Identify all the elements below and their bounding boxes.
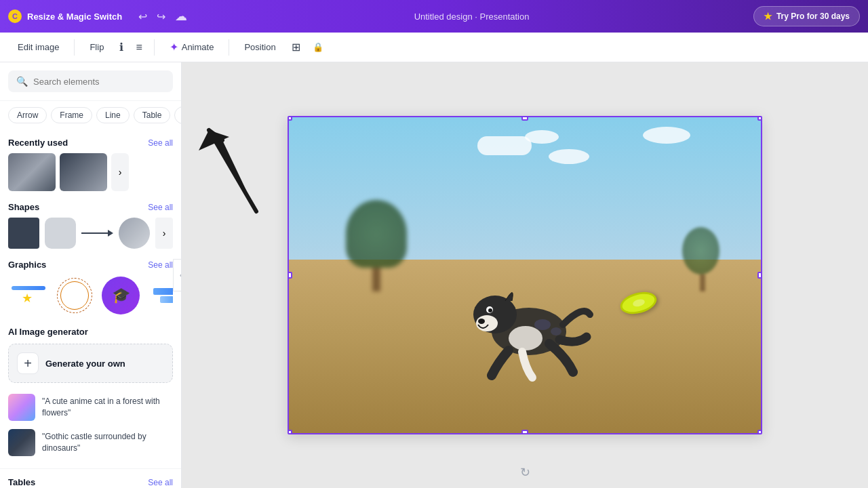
search-bar: 🔍	[0, 62, 181, 101]
graphics-header: Graphics See all	[8, 260, 173, 270]
recent-thumb-image-2	[60, 153, 107, 191]
flip-button[interactable]: Flip	[83, 39, 111, 56]
tables-section: Tables See all	[0, 468, 181, 488]
lock-icon: 🔒	[313, 42, 323, 52]
shape-arrow-line[interactable]	[81, 230, 113, 237]
cloud-3	[549, 149, 589, 164]
svg-point-8	[534, 319, 551, 330]
graphics-section: Graphics See all ★ 🎓	[0, 251, 181, 319]
shapes-more[interactable]: ›	[155, 218, 173, 249]
info-icon: ℹ	[119, 41, 123, 54]
grid-button[interactable]: ⊞	[288, 37, 304, 57]
toolbar: Edit image Flip ℹ ≡ ✦ Animate Position ⊞…	[0, 33, 868, 62]
dog-body	[454, 264, 604, 386]
tree-left	[346, 200, 407, 288]
shape-line	[81, 232, 108, 234]
cloud-4	[643, 127, 690, 144]
animate-label: Animate	[182, 42, 214, 52]
recently-used-see-all[interactable]: See all	[148, 138, 173, 148]
shapes-see-all[interactable]: See all	[148, 203, 173, 212]
lock-button[interactable]: 🔒	[309, 39, 327, 56]
ai-generate-button[interactable]: + Generate your own	[8, 344, 173, 383]
shape-rounded-square[interactable]	[45, 218, 76, 249]
edit-image-label: Edit image	[18, 42, 59, 52]
image-container[interactable]: ⧉ 🗑 ••• ↻	[288, 116, 762, 434]
try-pro-label: Try Pro for 30 days	[776, 12, 850, 21]
graphics-row: ★ 🎓	[8, 275, 173, 316]
redo-button[interactable]: ↪	[154, 7, 168, 26]
chips-more-button[interactable]: ›	[174, 106, 181, 124]
animate-button[interactable]: ✦ Animate	[163, 37, 221, 57]
ai-prompt-text-2: "Gothic castle surrounded by dinosaurs"	[42, 431, 173, 454]
svg-point-2	[509, 326, 542, 350]
tables-title: Tables	[8, 477, 35, 487]
cloud-1	[477, 136, 532, 155]
canva-logo: C	[8, 9, 22, 23]
toolbar-divider-1	[74, 39, 75, 56]
graphics-see-all[interactable]: See all	[148, 260, 173, 270]
recent-thumb-more[interactable]: ›	[111, 153, 129, 191]
tables-header: Tables See all	[8, 477, 173, 487]
recently-used-title: Recently used	[8, 138, 68, 148]
undo-button[interactable]: ↩	[136, 7, 150, 26]
search-input[interactable]	[33, 77, 165, 87]
list-button[interactable]: ≡	[132, 38, 145, 57]
selection-handle-bottom-left[interactable]	[288, 430, 292, 434]
position-label: Position	[244, 42, 275, 52]
selection-handle-top-center[interactable]	[521, 116, 528, 121]
try-pro-button[interactable]: ★ Try Pro for 30 days	[753, 6, 860, 26]
ai-prompt-item-2[interactable]: "Gothic castle surrounded by dinosaurs"	[8, 425, 173, 460]
search-input-wrap[interactable]: 🔍	[8, 70, 173, 92]
sidebar: 🔍 Arrow Frame Line Table › Recently used…	[0, 62, 182, 488]
canvas-area[interactable]: ⧉ 🗑 ••• ↻ ↻	[182, 62, 868, 488]
ai-prompt-item-1[interactable]: "A cute anime cat in a forest with flowe…	[8, 390, 173, 425]
ai-prompt-thumb-1	[8, 394, 35, 421]
selection-handle-middle-right[interactable]	[757, 272, 762, 279]
cloud-save-button[interactable]: ☁	[172, 6, 190, 26]
recently-used-section: Recently used See all ›	[0, 129, 181, 194]
chip-table[interactable]: Table	[134, 107, 171, 123]
recent-thumb-1[interactable]	[8, 153, 56, 191]
edit-image-button[interactable]: Edit image	[11, 39, 66, 56]
tables-see-all[interactable]: See all	[148, 478, 173, 487]
app-name: Resize & Magic Switch	[27, 12, 122, 22]
selection-handle-middle-left[interactable]	[288, 272, 292, 279]
shape-circle[interactable]	[119, 218, 150, 249]
ai-generator-title: AI Image generator	[8, 327, 173, 337]
selection-handle-top-right[interactable]	[757, 116, 762, 121]
scroll-indicator: ↻	[520, 465, 530, 480]
chip-line[interactable]: Line	[96, 107, 130, 123]
design-title: Untitled design · Presentation	[198, 12, 745, 22]
shapes-section: Shapes See all ›	[0, 194, 181, 251]
shape-square[interactable]	[8, 218, 39, 249]
chip-arrow[interactable]: Arrow	[8, 107, 47, 123]
graphic-purple-mortarboard[interactable]: 🎓	[100, 275, 141, 316]
graphic-blue-bar[interactable]	[146, 275, 173, 316]
chips-row: Arrow Frame Line Table ›	[0, 101, 181, 129]
main-layout: 🔍 Arrow Frame Line Table › Recently used…	[0, 62, 868, 488]
graphics-title: Graphics	[8, 260, 46, 270]
recently-used-header: Recently used See all	[8, 138, 173, 148]
ai-plus-icon: +	[17, 352, 39, 374]
list-icon: ≡	[136, 41, 142, 54]
svg-point-7	[478, 319, 485, 324]
selection-handle-top-left[interactable]	[288, 116, 292, 121]
graphic-circle-ornament[interactable]	[54, 275, 95, 316]
flip-label: Flip	[90, 42, 104, 52]
recent-thumb-image-1	[8, 153, 56, 191]
recent-thumb-2[interactable]	[60, 153, 107, 191]
selection-handle-bottom-center[interactable]	[521, 430, 528, 434]
top-bar: C Resize & Magic Switch ↩ ↪ ☁ Untitled d…	[0, 0, 868, 33]
tree-right	[682, 227, 723, 288]
ai-prompt-thumb-2	[8, 429, 35, 456]
graphic-blue-line[interactable]: ★	[8, 275, 49, 316]
info-button[interactable]: ℹ	[116, 37, 127, 57]
chip-frame[interactable]: Frame	[51, 107, 92, 123]
sidebar-collapse-button[interactable]: ‹	[173, 259, 182, 291]
grid-icon: ⊞	[292, 41, 300, 54]
position-button[interactable]: Position	[237, 39, 282, 56]
star-icon: ★	[764, 11, 772, 22]
animate-icon: ✦	[170, 41, 178, 54]
shapes-header: Shapes See all	[8, 202, 173, 212]
selection-handle-bottom-right[interactable]	[757, 430, 762, 434]
